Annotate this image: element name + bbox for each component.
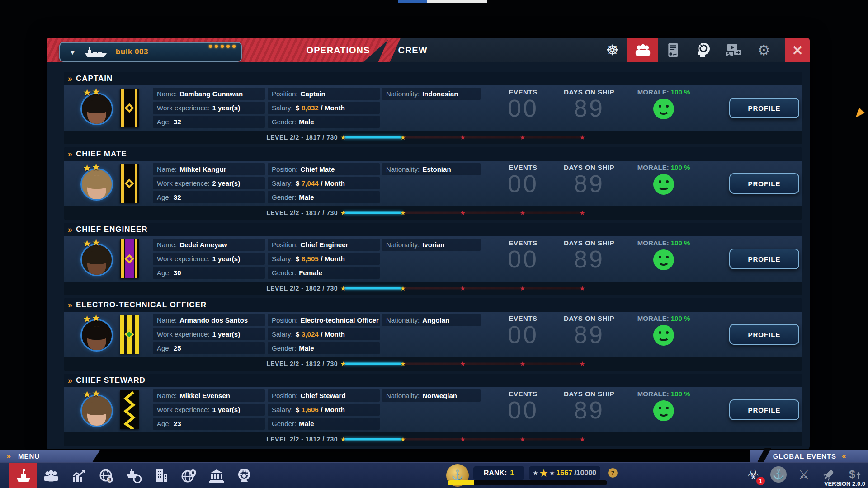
officers-icon[interactable] bbox=[230, 463, 258, 488]
hazard-icon[interactable]: ☣ 1 bbox=[744, 465, 762, 483]
tab-operations[interactable]: OPERATIONS bbox=[291, 38, 386, 62]
ship-name: bulk 003 bbox=[116, 47, 148, 56]
avatar: ★ ★ bbox=[77, 89, 118, 128]
crew-section-title: » CAPTAIN bbox=[64, 72, 802, 85]
media-icon[interactable] bbox=[718, 38, 749, 62]
settings-icon[interactable]: ⚙ bbox=[749, 38, 779, 62]
helm-officer-icon[interactable]: ☸ bbox=[597, 38, 627, 62]
pirates-icon[interactable]: ⚔ bbox=[795, 465, 813, 483]
ship-selector[interactable]: ▼ bulk 003 bbox=[59, 42, 242, 62]
training-icon[interactable] bbox=[688, 38, 718, 62]
milestone-star-icon: ★ bbox=[580, 436, 585, 442]
milestone-star-icon: ★ bbox=[580, 360, 585, 366]
close-icon[interactable]: ✕ bbox=[785, 38, 810, 62]
xp-progress-bar bbox=[448, 480, 607, 485]
events-stat: EVENTS 00 bbox=[491, 390, 555, 422]
fleet-icon[interactable] bbox=[9, 463, 37, 488]
milestone-star-icon: ★ bbox=[400, 436, 406, 442]
milestone-star-icon: ★ bbox=[460, 134, 466, 140]
crew-age: 25 bbox=[174, 344, 181, 352]
milestone-star-icon: ★ bbox=[580, 134, 585, 140]
bank-icon[interactable] bbox=[203, 463, 230, 488]
anchor-icon[interactable]: ⚓ bbox=[769, 465, 788, 483]
profile-button[interactable]: PROFILE bbox=[729, 173, 799, 194]
tab-crew[interactable]: CREW bbox=[381, 38, 444, 62]
office-icon[interactable] bbox=[147, 463, 175, 488]
double-chevron-icon: » bbox=[6, 451, 10, 461]
milestone-star-icon: ★ bbox=[460, 436, 466, 442]
buy-ship-icon[interactable] bbox=[120, 463, 147, 488]
crew-icon[interactable] bbox=[37, 463, 65, 488]
crew-salary: 1,606 bbox=[302, 406, 319, 413]
crew-section: » CHIEF ENGINEER ★ ★ Name: Dedei Ameyaw bbox=[64, 223, 802, 295]
morale-value: 100 % bbox=[671, 314, 690, 322]
days-on-ship-stat: DAYS ON SHIP 89 bbox=[553, 88, 625, 121]
stats-icon[interactable] bbox=[65, 463, 92, 488]
salary-field: Salary: $ 8,032 / Month bbox=[268, 102, 380, 114]
chevron-down-icon: ▼ bbox=[69, 48, 76, 56]
help-icon[interactable]: ? bbox=[608, 468, 618, 478]
experience-field: Work experience: 1 year(s) bbox=[153, 253, 265, 265]
experience-field: Work experience: 1 year(s) bbox=[153, 328, 265, 340]
age-field: Age: 32 bbox=[153, 191, 265, 203]
days-on-ship-stat: DAYS ON SHIP 89 bbox=[553, 239, 625, 272]
crew-gender: Male bbox=[299, 193, 314, 201]
background-top-strip bbox=[398, 0, 487, 3]
position-field: Position: Captain bbox=[268, 88, 380, 100]
days-on-ship-value: 89 bbox=[553, 322, 625, 347]
milestone-star-icon: ★ bbox=[519, 285, 525, 291]
crew-nationality: Ivorian bbox=[422, 241, 444, 249]
morale-smiley-icon bbox=[653, 99, 674, 119]
profile-button[interactable]: PROFILE bbox=[729, 98, 799, 118]
crew-salary: 7,044 bbox=[302, 179, 319, 187]
map-icon[interactable] bbox=[175, 463, 203, 488]
menu-tab[interactable]: » MENU bbox=[0, 450, 100, 462]
crew-age: 23 bbox=[174, 420, 181, 427]
level-text: LEVEL 2/2 - 1817 / 730 bbox=[213, 134, 338, 141]
ship-rating-dots bbox=[209, 45, 236, 48]
rank-insignia bbox=[120, 164, 139, 203]
crew-age: 30 bbox=[174, 269, 181, 277]
milestone-star-icon: ★ bbox=[580, 209, 585, 216]
crew-experience: 2 year(s) bbox=[212, 179, 240, 187]
rank-insignia bbox=[120, 390, 139, 429]
crew-icon[interactable] bbox=[627, 38, 658, 62]
bottom-dock: $ ⚓ RANK: 1 ★★★ bbox=[0, 462, 868, 488]
contracts-icon[interactable] bbox=[658, 38, 688, 62]
age-field: Age: 25 bbox=[153, 342, 265, 354]
profile-button[interactable]: PROFILE bbox=[729, 249, 799, 269]
crew-nationality: Indonesian bbox=[422, 90, 458, 98]
profile-button[interactable]: PROFILE bbox=[729, 324, 799, 345]
nationality-field: Nationality: Indonesian bbox=[382, 88, 481, 100]
crew-level-footer: LEVEL 2/2 - 1817 / 730 ★ ★ ★ ★ ★ bbox=[64, 206, 802, 220]
xp-total: /10000 bbox=[574, 469, 596, 477]
crew-experience: 1 year(s) bbox=[212, 406, 240, 413]
gender-field: Gender: Male bbox=[268, 116, 380, 128]
star-icon: ★ bbox=[92, 237, 100, 248]
gender-field: Gender: Male bbox=[268, 418, 380, 430]
crew-list: » CAPTAIN ★ ★ Name: Bambang Gunawan bbox=[64, 72, 802, 449]
morale-value: 100 % bbox=[671, 88, 690, 96]
nationality-field: Nationality: Norwegian bbox=[382, 389, 481, 402]
age-field: Age: 30 bbox=[153, 267, 265, 279]
crew-name: Mihkel Kangur bbox=[179, 165, 226, 173]
morale-smiley-icon bbox=[653, 400, 674, 421]
days-on-ship-value: 89 bbox=[553, 96, 625, 121]
salary-field: Salary: $ 1,606 / Month bbox=[268, 404, 380, 416]
market-icon[interactable]: $ bbox=[92, 463, 120, 488]
morale-value: 100 % bbox=[671, 164, 690, 171]
star-icon: ★ bbox=[83, 238, 91, 249]
gender-field: Gender: Female bbox=[268, 267, 380, 279]
crew-experience: 1 year(s) bbox=[212, 330, 240, 338]
level-text: LEVEL 2/2 - 1812 / 730 bbox=[213, 360, 338, 367]
crew-section: » ELECTRO-TECHNICAL OFFICER ★ ★ Name: Ar… bbox=[64, 298, 802, 371]
crew-position: Chief Mate bbox=[301, 165, 335, 173]
position-field: Position: Chief Engineer bbox=[268, 239, 380, 251]
global-events-tab[interactable]: GLOBAL EVENTS « bbox=[750, 450, 868, 462]
profile-button[interactable]: PROFILE bbox=[729, 399, 799, 420]
crew-position: Chief Steward bbox=[301, 392, 346, 399]
media-icon-glyph bbox=[726, 43, 742, 57]
crew-name: Armando dos Santos bbox=[179, 316, 248, 324]
milestone-star-icon: ★ bbox=[400, 360, 406, 366]
crew-position: Electro-technical Officer bbox=[301, 316, 379, 324]
